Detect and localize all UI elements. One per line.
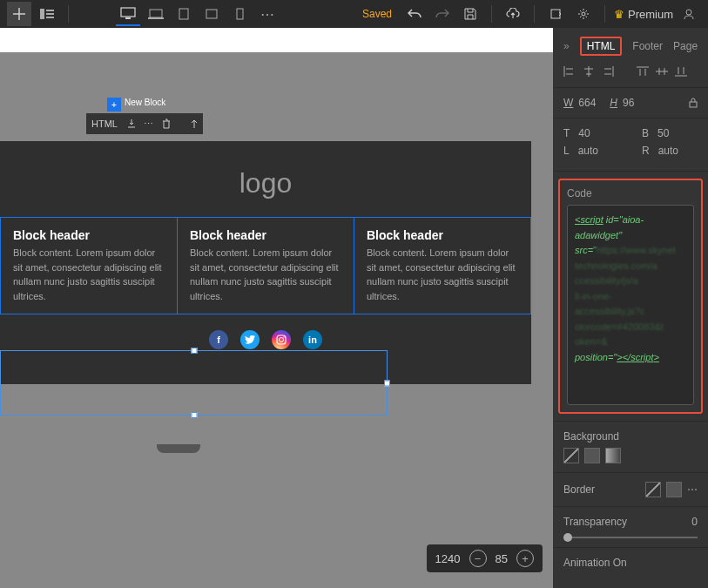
cloud-upload-icon [506,8,520,20]
facebook-icon[interactable]: f [209,330,228,349]
tab-page[interactable]: Page [673,40,698,52]
alignment-controls [553,63,708,88]
tab-html[interactable]: HTML [580,37,623,56]
canvas-area[interactable]: + New Block HTML ⋯ logo Block header Blo… [0,28,553,588]
content-column[interactable]: Block header Block content. Lorem ipsum … [354,218,530,314]
save-button[interactable] [458,2,482,26]
align-bottom-button[interactable] [675,66,689,78]
content-column[interactable]: Block header Block content. Lorem ipsum … [178,218,354,314]
preview-button[interactable] [543,2,568,26]
selection-tool-button[interactable] [7,2,31,26]
saved-status: Saved [362,8,392,20]
more-devices-button[interactable]: ⋯ [255,2,280,26]
crosshair-icon [13,8,25,20]
redo-button[interactable] [430,2,455,26]
align-left-button[interactable] [563,66,577,78]
premium-button[interactable]: ♛ Premium [614,8,673,21]
undo-button[interactable] [402,2,427,26]
page-content-block[interactable]: logo Block header Block content. Lorem i… [0,141,531,384]
block-tab[interactable] [157,444,200,453]
transparency-label: Transparency [563,516,627,528]
bg-solid-button[interactable] [584,448,600,463]
svg-rect-1 [46,10,54,11]
svg-point-16 [283,336,284,337]
align-middle-button[interactable] [656,66,670,78]
pos-right-label: R [642,145,650,157]
code-editor[interactable]: <script id="aioa-adawidget"src="https://… [567,205,694,405]
panel-icon [40,9,54,19]
publish-button[interactable] [501,2,525,26]
collapse-panel-button[interactable]: » [563,40,570,52]
svg-rect-2 [46,13,54,15]
align-top-button[interactable] [637,66,651,78]
redo-icon [435,8,449,20]
svg-rect-5 [125,17,131,19]
block-content: Block content. Lorem ipsum dolor sit ame… [190,246,341,303]
block-more-button[interactable]: ⋯ [140,118,158,130]
save-icon [464,8,476,20]
arrow-up-icon [190,118,199,129]
pos-right-value[interactable]: auto [658,145,678,157]
bg-none-button[interactable] [563,448,579,463]
border-more-button[interactable]: ⋯ [687,483,698,496]
block-toolbar: + New Block HTML ⋯ [86,113,203,134]
tablet-landscape-icon [206,9,218,19]
transparency-slider[interactable] [563,537,698,538]
pos-top-value[interactable]: 40 [578,127,590,139]
device-phone-button[interactable] [227,2,252,26]
svg-rect-14 [277,335,286,344]
linkedin-icon[interactable]: in [303,330,322,349]
zoom-in-button[interactable]: + [516,550,534,567]
instagram-icon[interactable] [272,330,291,349]
content-column[interactable]: Block header Block content. Lorem ipsum … [1,218,178,314]
width-value[interactable]: 664 [578,97,596,109]
panel-toggle-button[interactable] [35,2,59,26]
zoom-out-button[interactable]: − [469,550,487,567]
premium-label: Premium [628,8,673,21]
border-solid-button[interactable] [666,482,682,497]
tablet-icon [179,8,189,20]
device-laptop-button[interactable] [144,2,168,26]
settings-button[interactable] [571,2,596,26]
slider-thumb[interactable] [563,533,572,542]
resize-handle-bottom[interactable] [191,412,197,418]
undo-icon [408,8,421,20]
resize-handle-top[interactable] [191,348,197,354]
columns-container[interactable]: Block header Block content. Lorem ipsum … [0,217,531,314]
pos-left-value[interactable]: auto [578,145,598,157]
animation-section[interactable]: Animation On [553,547,708,578]
align-center-button[interactable] [583,66,597,78]
add-block-button[interactable]: + [107,98,121,112]
dimensions: W664 H96 [553,88,708,118]
zoom-controls: 1240 − 85 + [427,544,543,572]
download-block-button[interactable] [123,118,140,129]
new-block-label: New Block [125,98,165,107]
device-tablet-button[interactable] [172,2,196,26]
border-section: Border ⋯ [553,472,708,506]
block-move-up-button[interactable] [185,118,203,129]
separator [68,5,69,23]
block-content: Block content. Lorem ipsum dolor sit ame… [367,246,518,303]
background-label: Background [563,430,698,443]
resize-handle-right[interactable] [384,380,390,386]
align-right-button[interactable] [602,66,616,78]
border-none-button[interactable] [645,482,661,497]
gear-icon [577,8,590,20]
account-button[interactable] [677,2,701,26]
bg-gradient-button[interactable] [605,448,621,463]
code-label: Code [567,187,694,199]
pos-top-label: T [563,127,570,139]
twitter-icon[interactable] [240,330,260,349]
logo-text: logo [0,167,531,199]
lock-aspect-button[interactable] [689,98,698,108]
desktop-icon [120,7,136,19]
pos-bottom-value[interactable]: 50 [657,127,669,139]
device-desktop-button[interactable] [116,2,140,26]
block-delete-button[interactable] [158,118,175,129]
separator [491,5,492,23]
social-icons: f in [0,330,531,349]
tab-footer[interactable]: Footer [632,40,663,52]
device-tablet-landscape-button[interactable] [199,2,224,26]
selected-html-element[interactable] [0,350,388,416]
height-value[interactable]: 96 [623,97,634,109]
